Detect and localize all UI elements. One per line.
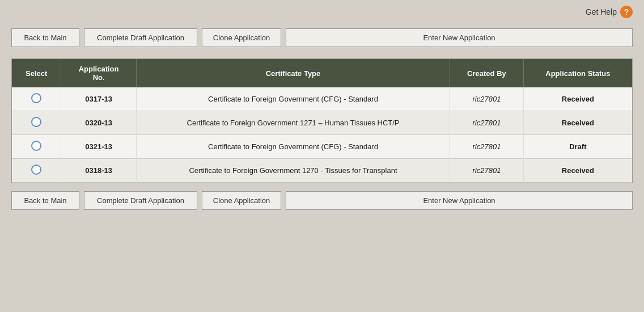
enter-new-application-button-bottom[interactable]: Enter New Application: [286, 191, 633, 210]
select-cell: [12, 87, 61, 111]
select-cell: [12, 159, 61, 183]
col-header-created-by: Created By: [450, 59, 524, 87]
table-row: 0320-13Certificate to Foreign Government…: [12, 111, 632, 135]
applications-table: Select ApplicationNo. Certificate Type C…: [12, 59, 632, 183]
app-no-cell: 0317-13: [61, 87, 136, 111]
app-status-cell: Received: [523, 159, 632, 183]
clone-application-button-bottom[interactable]: Clone Application: [202, 191, 281, 210]
select-radio[interactable]: [31, 117, 41, 127]
bottom-toolbar: Back to Main Complete Draft Application …: [11, 191, 633, 210]
get-help-label: Get Help: [586, 7, 617, 16]
col-header-app-no: ApplicationNo.: [61, 59, 136, 87]
cert-type-cell: Certificate to Foreign Government (CFG) …: [136, 135, 450, 159]
created-by-cell: ric27801: [450, 159, 524, 183]
help-icon[interactable]: ?: [620, 6, 633, 18]
select-radio[interactable]: [31, 93, 41, 103]
app-no-cell: 0318-13: [61, 159, 136, 183]
col-header-cert-type: Certificate Type: [136, 59, 450, 87]
complete-draft-button-top[interactable]: Complete Draft Application: [84, 28, 197, 47]
top-toolbar: Back to Main Complete Draft Application …: [11, 28, 633, 47]
main-container: Get Help ? Back to Main Complete Draft A…: [0, 0, 644, 312]
table-row: 0321-13Certificate to Foreign Government…: [12, 135, 632, 159]
applications-table-container: Select ApplicationNo. Certificate Type C…: [11, 58, 633, 183]
col-header-app-status: Application Status: [523, 59, 632, 87]
table-row: 0318-13Certificate to Foreign Government…: [12, 159, 632, 183]
cert-type-cell: Certificate to Foreign Government (CFG) …: [136, 87, 450, 111]
created-by-cell: ric27801: [450, 111, 524, 135]
select-radio[interactable]: [31, 165, 41, 175]
clone-application-button-top[interactable]: Clone Application: [202, 28, 281, 47]
get-help-area: Get Help ?: [586, 6, 633, 18]
app-no-cell: 0321-13: [61, 135, 136, 159]
select-radio[interactable]: [31, 141, 41, 151]
created-by-cell: ric27801: [450, 87, 524, 111]
app-no-cell: 0320-13: [61, 111, 136, 135]
enter-new-application-button-top[interactable]: Enter New Application: [286, 28, 633, 47]
cert-type-cell: Certificate to Foreign Government 1270 -…: [136, 159, 450, 183]
select-cell: [12, 111, 61, 135]
complete-draft-button-bottom[interactable]: Complete Draft Application: [84, 191, 197, 210]
cert-type-cell: Certificate to Foreign Government 1271 –…: [136, 111, 450, 135]
back-to-main-button-bottom[interactable]: Back to Main: [11, 191, 79, 210]
col-header-select: Select: [12, 59, 61, 87]
table-row: 0317-13Certificate to Foreign Government…: [12, 87, 632, 111]
app-status-cell: Draft: [523, 135, 632, 159]
app-status-cell: Received: [523, 87, 632, 111]
select-cell: [12, 135, 61, 159]
created-by-cell: ric27801: [450, 135, 524, 159]
app-status-cell: Received: [523, 111, 632, 135]
back-to-main-button-top[interactable]: Back to Main: [11, 28, 79, 47]
table-header-row: Select ApplicationNo. Certificate Type C…: [12, 59, 632, 87]
